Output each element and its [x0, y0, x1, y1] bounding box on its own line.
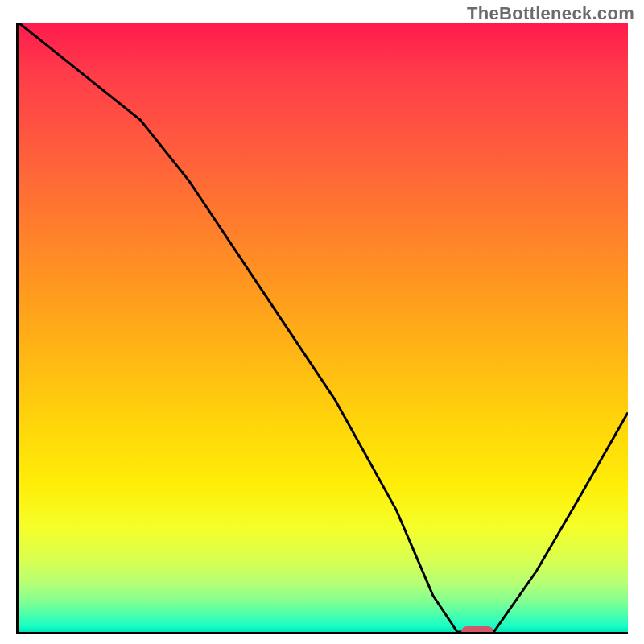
chart-frame: TheBottleneck.com: [0, 0, 644, 644]
watermark-text: TheBottleneck.com: [467, 3, 634, 24]
bottleneck-curve: [19, 23, 628, 632]
sweet-spot-marker: [461, 626, 493, 634]
plot-area: [16, 23, 628, 634]
